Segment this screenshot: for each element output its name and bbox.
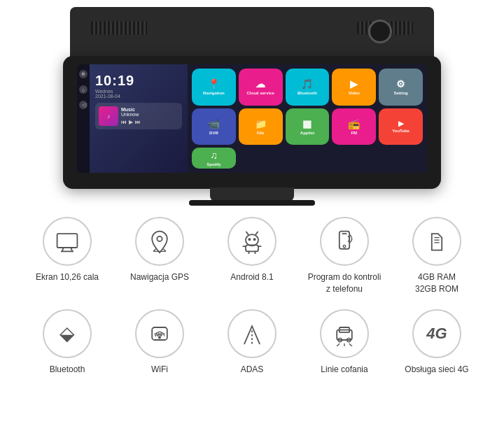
screen-side-icons: ⊕ ⌂ ◁	[77, 64, 90, 173]
svg-point-3	[248, 239, 251, 241]
music-card: ♪ Music Unknow ⏮ ▶ ⏭	[95, 103, 182, 129]
feature-adas: ADAS	[214, 309, 290, 376]
feature-circle-phone	[320, 217, 369, 266]
app-file: 📁File	[239, 108, 283, 145]
feature-circle-screen	[43, 217, 92, 266]
feature-label-wifi: WiFi	[151, 364, 168, 376]
feature-label-phone: Program do kontroli z telefonu	[306, 271, 383, 295]
app-youtube: ▶YouTube	[379, 108, 423, 145]
feature-circle-ram	[412, 217, 461, 266]
feature-label-android: Android 8.1	[230, 271, 273, 283]
app-cloud: ☁Cloud service	[239, 69, 283, 106]
screen-apps: 📍Navigation ☁Cloud service 🎵Bluetooth ▶V…	[188, 64, 427, 173]
features-row-1: Ekran 10,26 cala Nawigacja GPS	[21, 217, 483, 295]
device-front: ⊕ ⌂ ◁ 10:19 Wednes 2021-08-04 ♪ Music Un…	[63, 56, 441, 189]
side-icon-1: ⊕	[79, 70, 88, 78]
music-title: Music	[121, 107, 141, 112]
device-back	[70, 7, 434, 63]
svg-point-14	[343, 245, 346, 248]
feature-label-adas: ADAS	[241, 364, 264, 376]
screen-left-panel: 10:19 Wednes 2021-08-04 ♪ Music Unknow ⏮…	[90, 64, 188, 173]
4g-icon: 4G	[426, 325, 447, 343]
feature-circle-bluetooth: ⬙	[43, 309, 92, 358]
svg-line-5	[246, 232, 248, 235]
prev-icon: ⏮	[121, 119, 127, 125]
feature-label-ram: 4GB RAM32GB ROM	[415, 271, 458, 295]
app-bluetooth: 🎵Bluetooth	[286, 69, 330, 106]
music-artist: Unknow	[121, 112, 141, 117]
speaker-left	[91, 21, 147, 35]
app-spotify: ♫Spotify	[192, 148, 236, 169]
speaker-right	[357, 21, 413, 35]
clock-time: 10:19	[95, 73, 182, 89]
adas-icon	[239, 321, 265, 346]
svg-line-6	[255, 232, 258, 235]
feature-circle-wifi: WiFi	[135, 309, 184, 358]
features-row-2: ⬙ Bluetooth WiFi WiFi	[21, 309, 483, 376]
feature-ram: 4GB RAM32GB ROM	[398, 217, 475, 295]
gps-icon	[147, 229, 172, 254]
feature-circle-gps	[135, 217, 184, 266]
wifi-icon: WiFi	[147, 321, 172, 346]
feature-reverse: Linie cofania	[306, 309, 383, 376]
feature-label-bluetooth: Bluetooth	[50, 364, 85, 376]
feature-screen: Ekran 10,26 cala	[29, 217, 106, 283]
music-info: Music Unknow ⏮ ▶ ⏭	[121, 107, 141, 125]
feature-label-reverse: Linie cofania	[321, 364, 368, 376]
app-navigation: 📍Navigation	[192, 69, 236, 106]
feature-label-4g: Obsługa sieci 4G	[405, 364, 468, 376]
svg-point-4	[253, 239, 255, 241]
music-controls: ⏮ ▶ ⏭	[121, 119, 141, 125]
android-icon	[239, 229, 265, 254]
feature-bluetooth: ⬙ Bluetooth	[29, 309, 106, 376]
side-icon-2: ⌂	[79, 85, 88, 94]
bluetooth-icon: ⬙	[59, 322, 75, 345]
app-fm: 📻FM	[332, 108, 376, 145]
app-setting: ⚙Setting	[379, 69, 423, 106]
feature-circle-4g: 4G	[412, 309, 461, 358]
feature-phone: Program do kontroli z telefonu	[306, 217, 383, 295]
feature-circle-adas	[227, 309, 276, 358]
feature-label-gps: Nawigacja GPS	[130, 271, 189, 283]
feature-label-screen: Ekran 10,26 cala	[36, 271, 99, 283]
clock-date: 2021-08-04	[95, 94, 182, 99]
svg-rect-0	[57, 234, 78, 248]
svg-point-2	[246, 234, 258, 246]
device-stand	[210, 187, 294, 201]
app-video: ▶Video	[332, 69, 376, 106]
reverse-icon	[332, 321, 357, 346]
device-screen: ⊕ ⌂ ◁ 10:19 Wednes 2021-08-04 ♪ Music Un…	[77, 64, 427, 173]
feature-circle-android	[227, 217, 276, 266]
feature-4g: 4G Obsługa sieci 4G	[398, 309, 475, 376]
features-section: Ekran 10,26 cala Nawigacja GPS	[0, 217, 504, 375]
play-icon: ▶	[129, 119, 133, 125]
clock-day: Wednes	[95, 89, 182, 94]
app-applist: ▦Applist	[286, 108, 330, 145]
feature-android: Android 8.1	[214, 217, 290, 283]
side-icon-3: ◁	[79, 101, 88, 109]
sdcard-icon	[424, 229, 449, 254]
feature-gps: Nawigacja GPS	[121, 217, 198, 283]
feature-circle-reverse	[320, 309, 369, 358]
screen-icon	[55, 229, 80, 254]
device-wrapper: ⊕ ⌂ ◁ 10:19 Wednes 2021-08-04 ♪ Music Un…	[49, 7, 455, 189]
svg-point-20	[159, 336, 161, 339]
app-dvr: 📹DVR	[192, 108, 236, 145]
next-icon: ⏭	[135, 119, 141, 125]
phone-icon	[332, 229, 357, 254]
device-section: ⊕ ⌂ ◁ 10:19 Wednes 2021-08-04 ♪ Music Un…	[0, 0, 504, 189]
feature-wifi: WiFi WiFi	[121, 309, 198, 376]
svg-point-1	[157, 236, 162, 241]
music-thumb: ♪	[99, 106, 118, 126]
